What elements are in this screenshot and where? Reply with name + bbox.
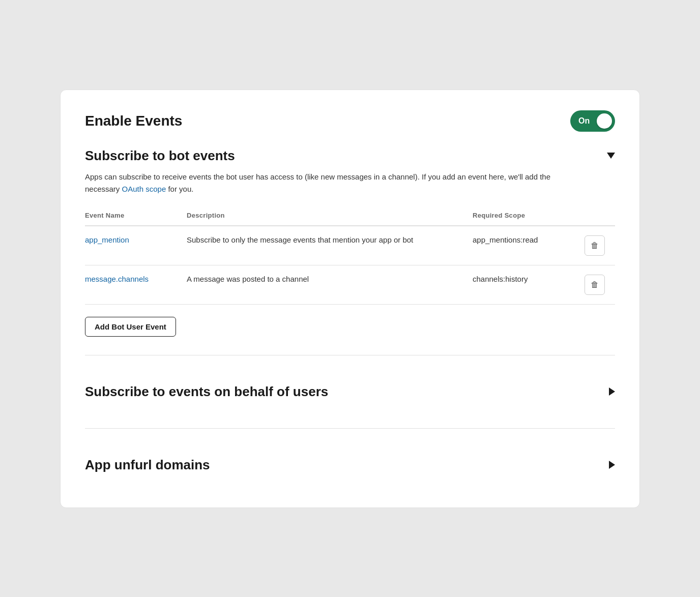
bot-events-section-header: Subscribe to bot events [85, 148, 615, 164]
divider-2 [85, 428, 615, 429]
add-bot-user-event-button[interactable]: Add Bot User Event [85, 317, 176, 337]
event-description-cell: A message was posted to a channel [187, 265, 473, 304]
message-channels-link[interactable]: message.channels [85, 275, 149, 283]
event-name-cell: app_mention [85, 226, 187, 265]
table-header-row: Event Name Description Required Scope [85, 207, 615, 226]
oauth-scope-link[interactable]: OAuth scope [122, 185, 166, 193]
main-card: Enable Events On Subscribe to bot events… [60, 89, 640, 508]
table-row: app_mention Subscribe to only the messag… [85, 226, 615, 265]
col-header-description: Description [187, 207, 473, 226]
event-name-cell: message.channels [85, 265, 187, 304]
bot-events-description: Apps can subscribe to receive events the… [85, 171, 553, 195]
event-scope-cell: app_mentions:read [473, 226, 585, 265]
unfurl-section: App unfurl domains [85, 443, 615, 487]
description-text-part2: for you. [166, 185, 193, 193]
user-events-title: Subscribe to events on behalf of users [85, 384, 328, 400]
bot-events-collapse-icon[interactable] [607, 153, 615, 159]
unfurl-expand-icon[interactable] [609, 461, 615, 469]
table-row: message.channels A message was posted to… [85, 265, 615, 304]
toggle-container: On [570, 110, 615, 132]
toggle-label: On [578, 116, 590, 126]
trash-icon: 🗑 [591, 241, 599, 250]
enable-events-toggle[interactable]: On [570, 110, 615, 132]
user-events-section: Subscribe to events on behalf of users [85, 370, 615, 414]
enable-events-row: Enable Events On [85, 110, 615, 132]
app-mention-link[interactable]: app_mention [85, 235, 129, 244]
event-scope-cell: channels:history [473, 265, 585, 304]
enable-events-title: Enable Events [85, 113, 182, 129]
bot-events-table: Event Name Description Required Scope ap… [85, 207, 615, 305]
event-description-cell: Subscribe to only the message events tha… [187, 226, 473, 265]
delete-app-mention-button[interactable]: 🗑 [585, 235, 605, 256]
event-action-cell: 🗑 [585, 226, 615, 265]
delete-message-channels-button[interactable]: 🗑 [585, 275, 605, 295]
unfurl-title: App unfurl domains [85, 457, 210, 473]
user-events-expand-icon[interactable] [609, 387, 615, 396]
event-action-cell: 🗑 [585, 265, 615, 304]
trash-icon: 🗑 [591, 280, 599, 289]
toggle-knob [597, 113, 612, 129]
col-header-action [585, 207, 615, 226]
col-header-name: Event Name [85, 207, 187, 226]
bot-events-title: Subscribe to bot events [85, 148, 235, 164]
col-header-scope: Required Scope [473, 207, 585, 226]
divider-1 [85, 355, 615, 355]
